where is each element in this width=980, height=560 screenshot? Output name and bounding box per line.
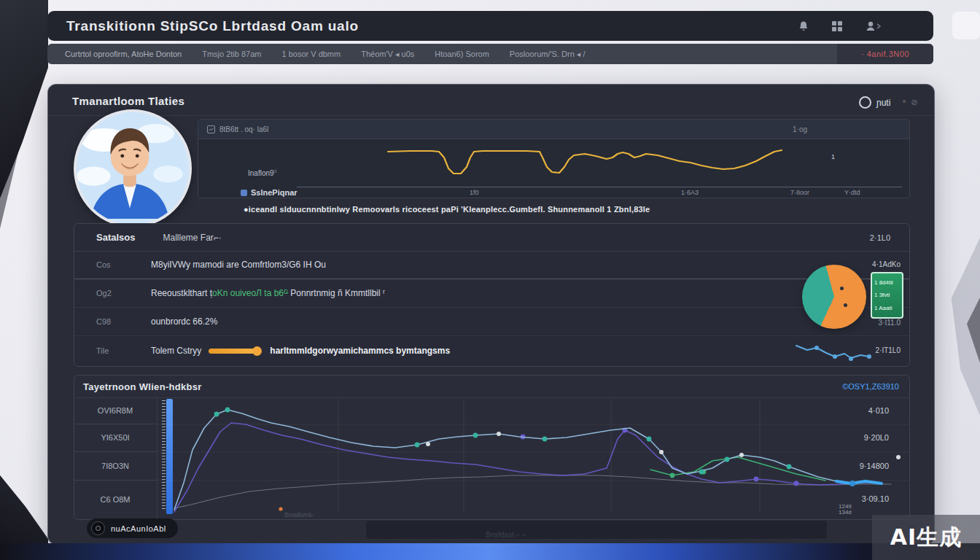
right-value: 3·09.10 (862, 494, 889, 503)
row-key: Tile (96, 346, 151, 355)
top-chart-header: 8tB6tt . oq· la6l 1·og (198, 120, 909, 139)
x-tick-label: 7·8oor (790, 189, 809, 196)
table-row[interactable]: Cos M8yiIVWy mamodi are Comfrtlom3/G6 IH… (74, 251, 909, 279)
y-axis-label: YI6X50I (74, 433, 156, 442)
nav-item-0[interactable]: Curtrtol oproofirm, AtoHe Donton (55, 50, 192, 58)
pie-chart[interactable] (802, 265, 866, 329)
row-key: C98 (96, 317, 151, 326)
avatar (74, 109, 192, 228)
side-value-mid: 3·I11.0 (879, 319, 901, 327)
table-row[interactable]: C98 ounbrordc 66.2% (74, 307, 909, 335)
panel-corner-icons[interactable]: ᶱ ⊘ (903, 98, 919, 107)
progress-bar (209, 349, 257, 354)
row-bold-text: harltmmldgorwyamichammcs bymtangsms (270, 346, 450, 356)
refresh-control[interactable]: ɲuti (859, 96, 890, 109)
pie-legend-item: 1 Aaati (874, 305, 900, 311)
y-axis-label: C6 O8M (74, 495, 156, 504)
x-tick-label: 1f0 (470, 189, 479, 196)
nav-alert-badge: · 4anif.3N00 (861, 50, 909, 58)
stats-header-value: 2·1L0 (870, 233, 890, 242)
top-line-chart[interactable] (198, 139, 909, 180)
bottom-gradient-bar (0, 543, 980, 560)
right-value: 9·20L0 (864, 433, 889, 442)
sparkline-chart (793, 337, 876, 365)
avatar-photo (77, 112, 183, 219)
refresh-icon (859, 96, 871, 109)
nav-badge-container[interactable]: · 4anif.3N00 (837, 44, 933, 64)
stats-table: Satalsos Mallleme Far⌐· 2·1L0 Cos M8yiIV… (74, 223, 910, 367)
pie-dot (840, 287, 844, 290)
y-axis-divider (74, 424, 157, 424)
stats-subtitle[interactable]: Mallleme Far⌐· (163, 233, 221, 243)
row-text: ounbrordc 66.2% (151, 316, 217, 327)
side-value-bottom: 2·IT1L0 (876, 346, 901, 354)
y-axis-divider (74, 451, 157, 452)
top-chart-point-label: 1 (831, 153, 835, 160)
chart-caption: ●iceandl slduucnnnbtinlwy Remoovarls ric… (244, 205, 650, 214)
bell-icon[interactable] (798, 20, 809, 32)
chart-icon (207, 125, 215, 133)
pie-dot (844, 303, 847, 307)
record-icon (91, 521, 105, 535)
y-axis-label: 7I8O3N (74, 462, 156, 470)
row-key: Og2 (96, 289, 151, 298)
y-axis-label: OVI6R8M (74, 406, 156, 415)
nav-item-5[interactable]: Posloorum/'S. Drn ◂ / (499, 50, 596, 59)
row-text: Reeoustklthart ṭoKn ouiveoЛ ta b6ᴳ Ponnr… (151, 288, 385, 298)
main-panel: Tmanartloom Tlaties ɲuti ᶱ ⊘ (47, 84, 935, 545)
table-row[interactable]: Tile Tolem Cstryy harltmmldgorwyamichamm… (74, 335, 909, 366)
top-right-card (952, 12, 980, 39)
panel-header-divider (48, 115, 934, 116)
nav-item-3[interactable]: Théom'V ◂ u0s (351, 50, 424, 59)
pie-legend-item: 1 8d4til (874, 279, 900, 286)
page: Transkitionn StipSCo Lbrtdasd Oam ualo C… (0, 0, 980, 560)
legend-primary-sup: ó (274, 168, 277, 174)
ai-watermark: AI生成 (872, 515, 980, 560)
user-icon[interactable] (865, 20, 882, 32)
multi-line-chart[interactable] (158, 399, 909, 514)
right-value: 9·14800 (860, 462, 889, 470)
axis-separator (157, 398, 158, 519)
top-chart-axis (297, 187, 902, 187)
grid-icon[interactable] (831, 20, 843, 32)
y-axis-divider (74, 480, 157, 481)
legend-primary: Inaflon9ó (248, 168, 277, 177)
legend-swatch-icon (241, 190, 247, 196)
bottom-chart-card: Tayetrnoon Wlien-hdkbsr ©OSY1,Z63910 OVI… (74, 375, 910, 520)
bottom-chart-header: Tayetrnoon Wlien-hdkbsr ©OSY1,Z63910 (74, 376, 909, 398)
x-axis-hint: Bnadurnt⌐ (284, 511, 315, 518)
top-chart-card: 8tB6tt . oq· la6l 1·og 1f01·6A37·8oorY·d… (198, 119, 910, 198)
pie-legend: 1 8d4til 1 3fvti 1 Aaati (871, 272, 903, 319)
nav-item-4[interactable]: Htoan6) Sorom (424, 50, 499, 58)
row-text-green: oKn ouiveoЛ ta b6ᴳ (212, 288, 288, 298)
nav-bar: Curtrtol oproofirm, AtoHe Donton Tmsjo 2… (47, 44, 933, 64)
panel-title: Tmanartloom Tlaties (72, 95, 184, 107)
legend-secondary[interactable]: SslnePiqnar (241, 188, 298, 197)
stats-table-header: Satalsos Mallleme Far⌐· 2·1L0 (74, 224, 909, 252)
bottom-chart-title: Tayetrnoon Wlien-hdkbsr (83, 381, 202, 392)
footer-faint-text: Bnsfdast ⌐ ⌐ (486, 531, 526, 539)
side-value-top: 4·1AdKo (872, 260, 901, 268)
app-header: Transkitionn StipSCo Lbrtdasd Oam ualo (47, 11, 933, 41)
corner-facet-top-left (0, 0, 48, 198)
footer-pill-button[interactable]: nuAcAunIoAbl (87, 518, 178, 538)
corner-values: 1249134d (839, 504, 852, 516)
table-row[interactable]: Og2 Reeoustklthart ṭoKn ouiveoЛ ta b6ᴳ P… (74, 279, 909, 307)
nav-item-1[interactable]: Tmsjo 2tib 87am (192, 50, 271, 58)
footer-pill-label: nuAcAunIoAbl (111, 524, 166, 533)
top-chart-header-right: 1·og (793, 125, 807, 133)
right-value: 4·010 (868, 406, 889, 415)
row-text: M8yiIVWy mamodi are Comfrtlom3/G6 IH Ou (151, 260, 326, 270)
app-title: Transkitionn StipSCo Lbrtdasd Oam ualo (66, 18, 359, 34)
top-chart-title: 8tB6tt . oq· la6l (219, 125, 268, 133)
pie-legend-item: 1 3fvti (874, 292, 900, 298)
row-text: Tolem Cstryy (151, 346, 201, 356)
x-tick-label: Y·dtd (844, 189, 860, 196)
bottom-chart-link[interactable]: ©OSY1,Z63910 (842, 382, 899, 391)
refresh-label: ɲuti (876, 98, 890, 108)
x-tick-label: 1·6A3 (681, 189, 699, 196)
stats-title: Satalsos (96, 232, 135, 243)
nav-item-2[interactable]: 1 bosor V dbmm (272, 50, 351, 58)
top-chart-label-group: 8tB6tt . oq· la6l (207, 125, 268, 133)
footer-input[interactable] (365, 520, 828, 540)
